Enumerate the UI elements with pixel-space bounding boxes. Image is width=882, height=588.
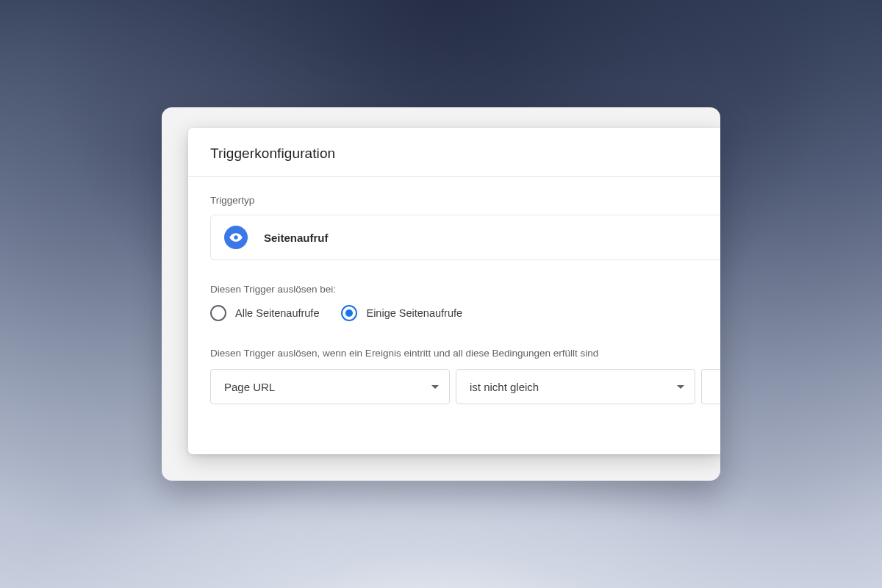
trigger-config-panel: Triggerkonfiguration Triggertyp Seitenau… [188, 128, 720, 454]
fire-on-label: Diesen Trigger auslösen bei: [210, 284, 700, 295]
select-value: ist nicht gleich [470, 381, 539, 393]
condition-value-input[interactable] [701, 369, 720, 404]
radio-some-pageviews[interactable]: Einige Seitenaufrufe [341, 305, 462, 321]
radio-label: Alle Seitenaufrufe [235, 307, 319, 319]
condition-row: Page URL ist nicht gleich [210, 369, 720, 404]
condition-operator-select[interactable]: ist nicht gleich [456, 369, 695, 404]
trigger-type-name: Seitenaufruf [264, 232, 329, 244]
condition-variable-select[interactable]: Page URL [210, 369, 450, 404]
chevron-down-icon [677, 385, 684, 389]
radio-label: Einige Seitenaufrufe [366, 307, 462, 319]
modal-backdrop-card: Triggerkonfiguration Triggertyp Seitenau… [162, 107, 720, 481]
panel-title: Triggerkonfiguration [210, 146, 700, 162]
radio-indicator [210, 305, 226, 321]
eye-icon [224, 226, 248, 249]
fire-on-radio-group: Alle Seitenaufrufe Einige Seitenaufrufe [210, 305, 700, 321]
panel-header: Triggerkonfiguration [188, 128, 720, 177]
trigger-type-selector[interactable]: Seitenaufruf [210, 215, 720, 260]
chevron-down-icon [431, 385, 439, 389]
svg-point-0 [234, 235, 237, 239]
trigger-type-label: Triggertyp [210, 195, 700, 206]
radio-indicator [341, 305, 357, 321]
trigger-type-section: Triggertyp Seitenaufruf [188, 195, 720, 260]
fire-on-section: Diesen Trigger auslösen bei: Alle Seiten… [188, 284, 720, 321]
select-value: Page URL [224, 381, 275, 393]
radio-all-pageviews[interactable]: Alle Seitenaufrufe [210, 305, 319, 321]
condition-section: Diesen Trigger auslösen, wenn ein Ereign… [188, 348, 720, 404]
condition-label: Diesen Trigger auslösen, wenn ein Ereign… [210, 348, 700, 359]
